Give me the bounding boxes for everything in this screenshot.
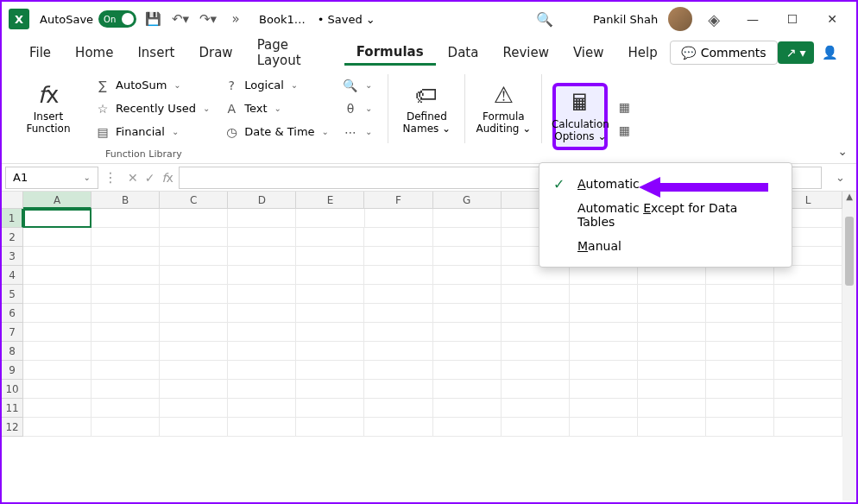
cell[interactable] [638,418,706,437]
financial-button[interactable]: ▤Financial⌄ [90,121,215,142]
logical-button[interactable]: ?Logical⌄ [218,74,334,96]
lookup-button[interactable]: 🔍⌄ [338,74,377,96]
cell[interactable] [23,266,91,285]
cell[interactable] [570,399,638,418]
select-all-corner[interactable] [2,192,23,209]
cell[interactable] [160,323,228,342]
cell[interactable] [23,342,91,361]
scroll-thumb[interactable] [845,217,854,286]
saved-state[interactable]: • Saved ⌄ [318,13,375,26]
cell[interactable] [706,361,774,380]
cell[interactable] [433,247,502,266]
close-button[interactable]: ✕ [815,5,849,33]
insert-function-button[interactable]: fx Insert Function [21,74,76,142]
defined-names-button[interactable]: 🏷 Defined Names ⌄ [399,74,454,142]
col-header[interactable]: C [160,192,228,209]
person-icon[interactable]: 👤 [819,41,841,64]
cell[interactable] [364,304,432,323]
row-header[interactable]: 6 [2,304,23,323]
cell[interactable] [160,399,228,418]
cell[interactable] [23,228,91,247]
row-header[interactable]: 4 [2,266,23,285]
cell[interactable] [296,247,364,266]
cell[interactable] [296,228,364,247]
cell[interactable] [364,266,432,285]
tab-help[interactable]: Help [616,41,670,64]
cell[interactable] [638,399,706,418]
row-header[interactable]: 10 [2,380,23,399]
cell[interactable] [23,323,91,342]
cell[interactable] [433,285,502,304]
cell[interactable] [91,399,160,418]
cell[interactable] [433,304,502,323]
undo-button[interactable]: ↶▾ [169,8,192,30]
row-header[interactable]: 8 [2,342,23,361]
cell[interactable] [638,380,706,399]
cell[interactable] [160,361,228,380]
cell[interactable] [364,342,432,361]
text-button[interactable]: AText⌄ [218,98,334,119]
row-header[interactable]: 7 [2,323,23,342]
cell[interactable] [570,418,638,437]
cancel-formula-button[interactable]: ✕ [128,171,138,185]
row-header[interactable]: 1 [2,209,23,228]
cell[interactable] [502,304,570,323]
cell[interactable] [502,361,570,380]
save-button[interactable]: 💾 [142,8,164,30]
cell[interactable] [774,361,842,380]
cell[interactable] [364,323,432,342]
cell[interactable] [296,361,364,380]
cell[interactable] [502,285,570,304]
row-header[interactable]: 5 [2,285,23,304]
cell[interactable] [706,285,774,304]
cell[interactable] [502,418,570,437]
cell[interactable] [364,418,432,437]
cell[interactable] [296,342,364,361]
cell[interactable] [296,285,364,304]
cell[interactable] [160,285,228,304]
cell[interactable] [23,247,91,266]
cell[interactable] [23,380,91,399]
cell[interactable] [502,342,570,361]
cell[interactable] [160,380,228,399]
cell[interactable] [228,342,296,361]
col-header[interactable]: A [23,192,91,209]
cell[interactable] [296,418,364,437]
cell[interactable] [23,418,91,437]
cell[interactable] [706,304,774,323]
cell[interactable] [91,418,160,437]
cell[interactable] [502,266,570,285]
cell[interactable] [706,380,774,399]
tab-home[interactable]: Home [63,41,125,64]
cell[interactable] [296,304,364,323]
cell[interactable] [160,418,228,437]
cell[interactable] [228,266,296,285]
dropdown-item-automatic-except[interactable]: Automatic Except for Data Tables [539,199,792,230]
cell[interactable] [91,361,160,380]
col-header[interactable]: D [228,192,296,209]
cell[interactable] [706,342,774,361]
cell[interactable] [570,285,638,304]
cell[interactable] [296,266,364,285]
cell[interactable] [296,323,364,342]
diamond-icon[interactable]: ◈ [708,10,720,28]
cell[interactable] [228,285,296,304]
cell[interactable] [433,266,502,285]
cell[interactable] [570,266,638,285]
cell[interactable] [228,418,296,437]
cell[interactable] [228,247,296,266]
cell[interactable] [91,380,160,399]
cell[interactable] [160,304,228,323]
cell[interactable] [433,323,502,342]
cell[interactable] [228,209,296,228]
cell[interactable] [774,304,842,323]
row-header[interactable]: 11 [2,399,23,418]
cell[interactable] [570,361,638,380]
tab-file[interactable]: File [17,41,63,64]
cell[interactable] [570,304,638,323]
autosum-button[interactable]: ∑AutoSum⌄ [90,74,215,96]
collapse-ribbon-button[interactable]: ⌄ [837,144,848,158]
cell[interactable] [91,323,160,342]
cell[interactable] [23,361,91,380]
math-button[interactable]: θ⌄ [338,98,377,119]
